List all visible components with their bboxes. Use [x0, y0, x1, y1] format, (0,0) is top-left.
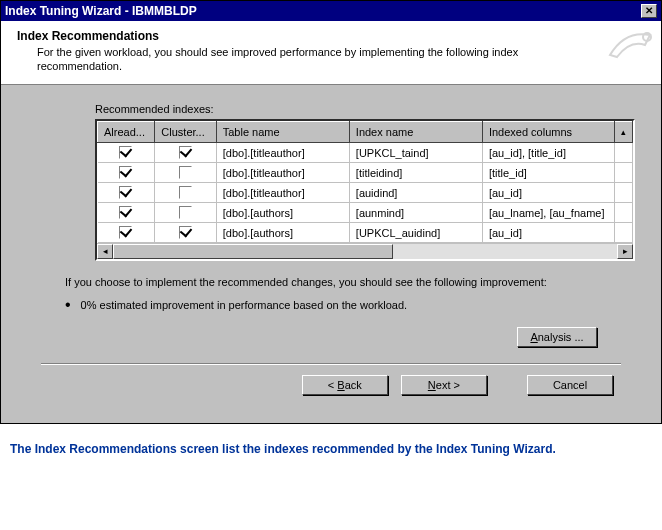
nav-button-row: < Back Next > Cancel — [33, 375, 629, 409]
table-row[interactable]: [dbo].[titleauthor][auidind][au_id] — [98, 183, 633, 203]
scroll-right-button[interactable]: ▸ — [617, 244, 633, 259]
header-banner: Index Recommendations For the given work… — [1, 21, 661, 85]
col-header-table-name[interactable]: Table name — [216, 122, 349, 143]
improvement-bullet: • 0% estimated improvement in performanc… — [65, 299, 629, 311]
cell-index-name: [UPKCL_taind] — [349, 143, 482, 163]
cell-indexed-columns: [au_lname], [au_fname] — [482, 203, 614, 223]
recommended-indexes-table: Alread... Cluster... Table name Index na… — [95, 119, 635, 261]
cell-table-name: [dbo].[authors] — [216, 223, 349, 243]
cell-scroll-gutter — [614, 183, 632, 203]
improvement-intro: If you choose to implement the recommend… — [65, 275, 625, 289]
scroll-track[interactable] — [113, 244, 617, 259]
back-button[interactable]: < Back — [302, 375, 388, 395]
horizontal-scrollbar[interactable]: ◂ ▸ — [97, 243, 633, 259]
separator — [41, 363, 621, 365]
table-row[interactable]: [dbo].[authors][UPKCL_auidind][au_id] — [98, 223, 633, 243]
cell-index-name: [titleidind] — [349, 163, 482, 183]
clustered-checkbox[interactable] — [179, 226, 192, 239]
scroll-thumb[interactable] — [113, 244, 393, 259]
cell-index-name: [auidind] — [349, 183, 482, 203]
cell-indexed-columns: [au_id] — [482, 223, 614, 243]
already-checkbox[interactable] — [119, 226, 132, 239]
col-header-already[interactable]: Alread... — [98, 122, 155, 143]
cell-indexed-columns: [au_id], [title_id] — [482, 143, 614, 163]
cell-index-name: [UPKCL_auidind] — [349, 223, 482, 243]
dialog-window: Index Tuning Wizard - IBMMBLDP ✕ Index R… — [0, 0, 662, 424]
already-checkbox[interactable] — [119, 186, 132, 199]
clustered-checkbox[interactable] — [179, 186, 192, 199]
close-button[interactable]: ✕ — [641, 4, 657, 18]
col-header-index-name[interactable]: Index name — [349, 122, 482, 143]
figure-caption: The Index Recommendations screen list th… — [0, 424, 662, 474]
table-row[interactable]: [dbo].[authors][aunmind][au_lname], [au_… — [98, 203, 633, 223]
analysis-button[interactable]: Analysis ... — [517, 327, 597, 347]
bullet-icon: • — [65, 299, 71, 311]
content-area: Recommended indexes: Alread... Cluster..… — [1, 85, 661, 423]
table-header-row: Alread... Cluster... Table name Index na… — [98, 122, 633, 143]
already-checkbox[interactable] — [119, 146, 132, 159]
page-description: For the given workload, you should see i… — [37, 45, 597, 73]
cell-table-name: [dbo].[titleauthor] — [216, 143, 349, 163]
cell-indexed-columns: [title_id] — [482, 163, 614, 183]
scroll-up-button[interactable]: ▴ — [614, 122, 632, 143]
window-title: Index Tuning Wizard - IBMMBLDP — [5, 1, 197, 21]
table-row[interactable]: [dbo].[titleauthor][UPKCL_taind][au_id],… — [98, 143, 633, 163]
cell-scroll-gutter — [614, 143, 632, 163]
cell-table-name: [dbo].[authors] — [216, 203, 349, 223]
cell-indexed-columns: [au_id] — [482, 183, 614, 203]
scroll-left-button[interactable]: ◂ — [97, 244, 113, 259]
cell-scroll-gutter — [614, 163, 632, 183]
title-bar: Index Tuning Wizard - IBMMBLDP ✕ — [1, 1, 661, 21]
cell-index-name: [aunmind] — [349, 203, 482, 223]
wizard-graphic-icon — [605, 25, 655, 61]
table-label: Recommended indexes: — [95, 103, 629, 115]
next-button[interactable]: Next > — [401, 375, 487, 395]
col-header-indexed-columns[interactable]: Indexed columns — [482, 122, 614, 143]
col-header-clustered[interactable]: Cluster... — [155, 122, 216, 143]
clustered-checkbox[interactable] — [179, 166, 192, 179]
cell-table-name: [dbo].[titleauthor] — [216, 163, 349, 183]
table-row[interactable]: [dbo].[titleauthor][titleidind][title_id… — [98, 163, 633, 183]
already-checkbox[interactable] — [119, 206, 132, 219]
clustered-checkbox[interactable] — [179, 206, 192, 219]
cancel-button[interactable]: Cancel — [527, 375, 613, 395]
cell-table-name: [dbo].[titleauthor] — [216, 183, 349, 203]
cell-scroll-gutter — [614, 223, 632, 243]
improvement-text: 0% estimated improvement in performance … — [81, 299, 408, 311]
already-checkbox[interactable] — [119, 166, 132, 179]
clustered-checkbox[interactable] — [179, 146, 192, 159]
cell-scroll-gutter — [614, 203, 632, 223]
page-heading: Index Recommendations — [17, 29, 645, 43]
